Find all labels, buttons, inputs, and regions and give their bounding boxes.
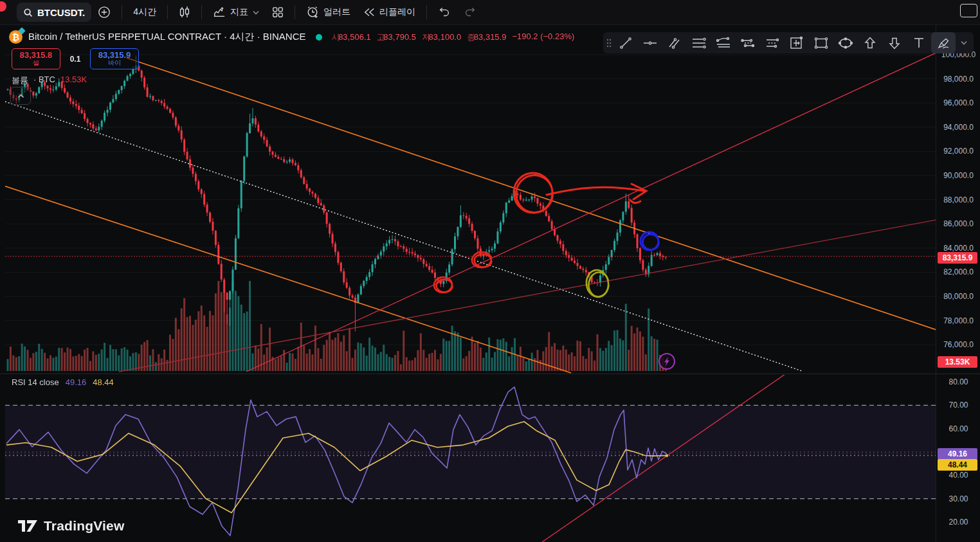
trend-line-tool[interactable] [613,32,638,53]
price-tick: 80,000.0 [936,292,980,301]
fib-retracement-tool[interactable] [687,32,711,53]
redo-button[interactable] [457,3,483,22]
text-tool[interactable] [907,32,931,53]
undo-button[interactable] [431,3,457,22]
price-tick: 96,000.0 [936,98,980,107]
symbol-info-bar: ₿ Bitcoin / TetherUS PERPETUAL CONTRACT … [9,30,574,44]
rsi-tick: 60.00 [936,424,980,433]
indicators-label: 지표 [230,6,248,18]
tradingview-logo-text: TradingView [44,518,125,534]
price-tick: 94,000.0 [936,123,980,132]
layout-save-icon[interactable] [960,4,977,17]
interval-label: 4시간 [133,6,156,18]
rsi-tick: 80.00 [936,377,980,386]
spread-value: 0.1 [60,55,90,64]
pitchfork-tool[interactable] [711,32,736,53]
rsi-tick: 40.00 [936,471,980,480]
indicators-icon [213,6,226,18]
price-tick: 86,000.0 [936,219,980,228]
cross-trend-tool[interactable] [662,32,687,53]
price-tick: 82,000.0 [936,267,980,276]
symbol-title[interactable]: Bitcoin / TetherUS PERPETUAL CONTRACT · … [28,31,306,43]
sell-button[interactable]: 83,315.8 셀 [12,48,60,69]
price-axis[interactable]: 100,000.098,000.096,000.094,000.092,000.… [936,24,980,542]
rsi-ma-value: 48.44 [93,377,114,387]
flat-channel-tool[interactable] [760,32,785,53]
symbol-search-label: BTCUSDT. [37,7,85,18]
rsi-value: 49.16 [66,377,87,387]
redo-icon [464,7,476,17]
layout-grid-button[interactable] [266,3,290,22]
rsi-tick: 20.00 [936,518,980,527]
parallel-channel-tool[interactable] [736,32,760,53]
bitcoin-logo-icon: ₿ [9,30,23,44]
volume-legend[interactable]: 볼륨 · BTC 13.53K [12,75,87,86]
tradingview-watermark[interactable]: TradingView [18,518,125,534]
replay-button[interactable]: 리플레이 [357,3,422,22]
market-status-dot [316,34,322,41]
top-toolbar: BTCUSDT. 4시간 지표 얼러트 [0,0,980,25]
ellipse-tool[interactable] [833,32,858,53]
price-tick: 78,000.0 [936,316,980,325]
ohlc-values: 시 83,506.1 고 83,790.5 저 83,100.0 종 83,31… [332,32,575,43]
order-panel: 83,315.8 셀 0.1 83,315.9 바이 [12,48,139,69]
price-tick: 92,000.0 [936,147,980,156]
recording-dot [0,1,6,12]
rewind-icon [363,8,375,17]
pane-separator [936,374,980,374]
brush-tool[interactable] [931,32,956,53]
volume-value: 13.53K [60,75,87,86]
alert-label: 얼러트 [323,6,350,18]
rsi-tick: 70.00 [936,401,980,410]
undo-icon [438,7,451,17]
interval-button[interactable]: 4시간 [127,3,163,22]
rsi-axis-label[interactable]: 49.16 [938,448,977,460]
price-tick: 76,000.0 [936,340,980,349]
compare-add-button[interactable] [91,3,117,22]
toolbar-drag-handle[interactable] [604,32,613,53]
drawing-toolbar [603,32,974,53]
price-tick: 88,000.0 [936,195,980,204]
price-tick: 90,000.0 [936,171,980,180]
volume-axis-label[interactable]: 13.53K [938,356,977,368]
price-tick: 98,000.0 [936,75,980,84]
change-value: −190.2 (−0.23%) [512,32,574,43]
rectangle-tool[interactable] [809,32,833,53]
chart-canvas[interactable] [0,0,980,542]
candlestick-icon [179,6,190,19]
arrow-up-tool[interactable] [858,32,882,53]
legend-collapse-button[interactable] [10,87,31,105]
tradingview-chart-app: { "app": { "watermark": "TradingView" },… [0,0,980,542]
alarm-clock-plus-icon [306,6,319,19]
search-icon [23,8,33,17]
horizontal-line-tool[interactable] [638,32,662,53]
buy-button[interactable]: 83,315.9 바이 [90,48,139,69]
indicators-button[interactable]: 지표 [206,3,266,22]
toolbar-more-button[interactable] [956,32,972,53]
rsi-ma-axis-label[interactable]: 48.44 [938,459,977,471]
symbol-search-button[interactable]: BTCUSDT. [17,3,91,22]
rsi-legend[interactable]: RSI 14 close 49.16 48.44 [12,377,114,387]
tradingview-logo-icon [18,520,37,532]
plus-circle-icon [98,6,111,19]
chevron-down-icon [253,10,259,15]
last-price-label[interactable]: 83,315.9 [938,252,977,264]
projection-range-tool[interactable] [785,32,809,53]
arrow-down-tool[interactable] [882,32,907,53]
chart-style-button[interactable] [172,3,197,22]
rsi-tick: 30.00 [936,494,980,503]
alert-button[interactable]: 얼러트 [300,3,357,22]
grid-layout-icon [272,6,284,18]
replay-label: 리플레이 [379,6,415,18]
